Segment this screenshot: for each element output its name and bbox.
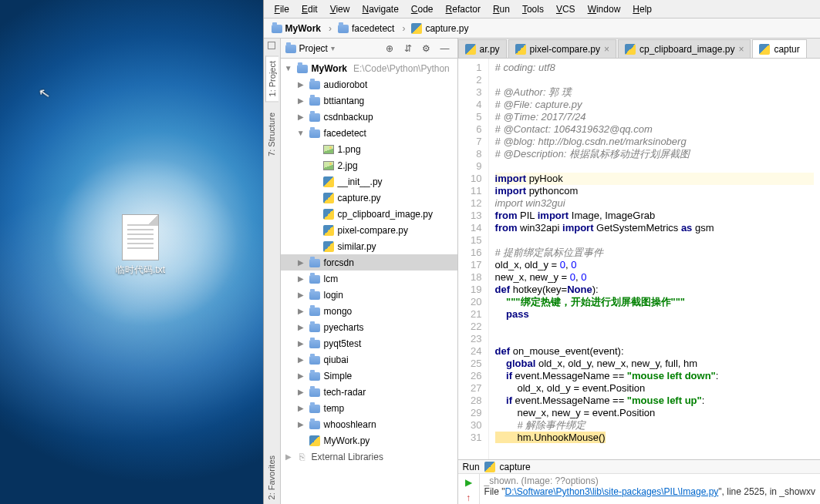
tree-item-icon [296,62,309,75]
breadcrumb-item[interactable]: capture.py [408,23,479,34]
menu-vcs[interactable]: VCS [550,2,582,16]
file-link[interactable]: D:\Software\Python3\lib\site-packages\PI… [505,486,719,497]
tree-item-label: cp_clipboard_image.py [338,209,433,220]
expand-arrow-icon[interactable]: ▶ [296,355,305,364]
menu-refactor[interactable]: Refactor [440,2,487,16]
tree-row[interactable]: ▶login [281,287,457,303]
menu-view[interactable]: View [324,2,356,16]
run-output[interactable]: _shown. (Image: ??options) File "D:\Soft… [480,474,820,504]
code-content[interactable]: # coding: utf8# @Author: 郭 璞# @File: cap… [489,59,820,459]
dropdown-icon[interactable]: ▾ [331,44,335,52]
breadcrumb-item[interactable]: facedetect [335,23,408,34]
tree-item-label: similar.py [338,241,376,252]
project-tool-tab[interactable]: 1: Project [265,55,278,102]
structure-tool-tab[interactable]: 7: Structure [265,108,278,161]
tree-row[interactable]: __init__.py [281,173,457,190]
menu-tools[interactable]: Tools [516,2,550,16]
tree-row[interactable]: capture.py [281,190,457,206]
menu-file[interactable]: File [268,2,295,16]
project-panel-header: Project ▾ ⊕ ⇵ ⚙ — [281,39,457,59]
tree-row[interactable]: ▶csdnbackup [281,109,457,125]
tree-row[interactable]: ▶mongo [281,303,457,319]
close-icon[interactable]: × [604,44,609,55]
tree-row[interactable]: ▶Simple [281,368,457,384]
expand-arrow-icon[interactable]: ▶ [296,274,305,283]
rerun-icon[interactable]: ▶ [461,476,475,489]
expand-arrow-icon[interactable]: ▶ [296,291,305,299]
tree-row[interactable]: ▶forcsdn [281,254,457,270]
hide-icon[interactable]: — [437,41,453,56]
stop-up-icon[interactable]: ↑ [461,492,475,504]
tree-row[interactable]: ▼MyWorkE:\Code\Python\Python [281,60,457,76]
tree-row[interactable]: ▶qiubai [281,351,457,368]
collapse-icon[interactable]: ⇵ [400,41,416,56]
expand-arrow-icon[interactable]: ▶ [296,258,305,267]
expand-arrow-icon[interactable]: ▶ [296,323,305,331]
tree-row[interactable]: ▶audiorobot [281,76,457,92]
code-editor[interactable]: 1234567891011121314151617181920212223242… [458,59,820,459]
editor-area: ar.pypixel-compare.py×cp_clipboard_image… [458,39,820,504]
tree-row[interactable]: ▶whooshlearn [281,416,457,432]
desktop-file[interactable]: 临时代码.txt [110,214,171,277]
tree-row[interactable]: pixel-compare.py [281,222,457,238]
tree-row[interactable]: ▶bttiantang [281,92,457,109]
favorites-tool-tab[interactable]: 2: Favorites [265,451,278,504]
tool-window-bar: 1: Project 7: Structure 2: Favorites [264,39,281,504]
tree-row[interactable]: 2.jpg [281,157,457,173]
expand-arrow-icon[interactable]: ▶ [296,404,305,412]
expand-arrow-icon[interactable]: ▶ [296,113,305,121]
image-icon [323,161,334,170]
editor-tab[interactable]: pixel-compare.py× [508,39,616,58]
menu-run[interactable]: Run [487,2,516,16]
tree-item-label: capture.py [338,193,381,203]
menu-navigate[interactable]: Navigate [356,2,404,16]
expand-arrow-icon[interactable]: ▶ [296,371,305,380]
menu-edit[interactable]: Edit [295,2,324,16]
tab-label: ar.py [480,44,500,55]
tree-row[interactable]: ▶pyecharts [281,319,457,335]
menu-help[interactable]: Help [626,2,658,16]
tree-item-icon [309,354,321,366]
run-config-name: capture [500,462,531,472]
breadcrumb-item[interactable]: MyWork [268,23,335,34]
locate-icon[interactable]: ⊕ [382,41,397,56]
tree-row[interactable]: cp_clipboard_image.py [281,206,457,222]
menu-window[interactable]: Window [582,2,627,16]
tree-row[interactable]: ▶pyqt5test [281,335,457,351]
tree-item-icon [309,305,321,318]
tree-row[interactable]: ▶temp [281,400,457,416]
editor-tab[interactable]: cp_clipboard_image.py× [618,39,751,58]
expand-arrow-icon[interactable]: ▶ [296,80,305,89]
tree-row[interactable]: ▶lcm [281,270,457,287]
menu-code[interactable]: Code [405,2,440,16]
tree-item-label: 2.jpg [338,160,358,171]
tree-item-icon [309,418,321,431]
editor-tab[interactable]: captur [752,39,806,58]
editor-tab[interactable]: ar.py [458,39,507,58]
expand-arrow-icon[interactable]: ▼ [284,64,293,72]
tree-row[interactable]: ▼facedetect [281,125,457,141]
expand-arrow-icon[interactable]: ▶ [296,96,305,105]
tool-square-icon[interactable] [268,42,275,49]
tree-row[interactable]: similar.py [281,238,457,254]
python-icon [323,225,334,236]
output-line: _shown. (Image: ??options) [484,475,815,486]
tree-row[interactable]: 1.png [281,141,457,157]
expand-arrow-icon[interactable]: ▶ [296,420,305,428]
expand-arrow-icon[interactable]: ▶ [296,307,305,315]
tree-row[interactable]: MyWork.py [281,432,457,449]
gear-icon[interactable]: ⚙ [419,41,434,56]
project-tree[interactable]: ▼MyWorkE:\Code\Python\Python▶audiorobot▶… [281,59,457,504]
tree-row[interactable]: ▶tech-radar [281,384,457,400]
expand-arrow-icon[interactable]: ▶ [296,388,305,396]
folder-icon [309,372,320,381]
project-panel: Project ▾ ⊕ ⇵ ⚙ — ▼MyWorkE:\Code\Python\… [281,39,458,504]
tree-row[interactable]: ▶⎘External Libraries [281,449,457,465]
expand-arrow-icon[interactable]: ▼ [296,129,305,137]
python-icon [484,462,495,472]
expand-arrow-icon[interactable]: ▶ [284,452,293,461]
tree-item-label: MyWork [312,63,347,74]
expand-arrow-icon[interactable]: ▶ [296,339,305,348]
close-icon[interactable]: × [738,44,744,55]
tree-item-label: mongo [324,306,353,317]
